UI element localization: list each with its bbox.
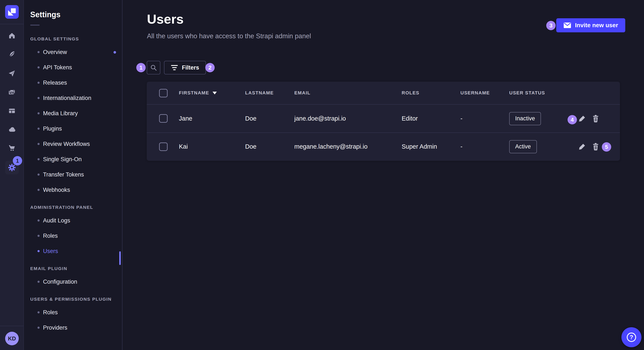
- bullet-dot: [38, 235, 40, 237]
- cell-lastname: Doe: [245, 133, 256, 160]
- subnav-scrollbar-thumb[interactable]: [119, 251, 121, 265]
- cell-roles: Super Admin: [402, 133, 437, 160]
- cell-email: megane.lacheny@strapi.io: [294, 133, 368, 160]
- bullet-dot: [38, 128, 40, 130]
- release-plane-icon[interactable]: [7, 68, 17, 78]
- section-global-settings: GLOBAL SETTINGS: [30, 36, 122, 41]
- home-icon[interactable]: [7, 31, 17, 41]
- subnav-item-releases[interactable]: Releases: [30, 75, 122, 90]
- content-feather-icon[interactable]: [7, 49, 17, 59]
- subnav-item-review-workflows[interactable]: Review Workflows: [30, 136, 122, 152]
- subnav-item-transfer-tokens[interactable]: Transfer Tokens: [30, 167, 122, 182]
- bullet-dot: [38, 112, 40, 114]
- cell-firstname: Kai: [179, 133, 188, 160]
- cell-user-status: Inactive: [509, 105, 541, 133]
- cell-email: jane.doe@strapi.io: [294, 105, 346, 133]
- bullet-dot: [38, 82, 40, 84]
- bullet-dot: [38, 158, 40, 160]
- subnav-item-webhooks[interactable]: Webhooks: [30, 182, 122, 197]
- row-checkbox[interactable]: [159, 143, 168, 151]
- search-icon: [150, 64, 158, 72]
- section-administration-panel: ADMINISTRATION PANEL: [30, 205, 122, 210]
- settings-notification-badge: 1: [13, 156, 22, 166]
- column-header-roles[interactable]: ROLES: [402, 82, 419, 104]
- strapi-logo[interactable]: [5, 5, 19, 19]
- row-checkbox[interactable]: [159, 114, 168, 123]
- search-button[interactable]: [147, 61, 160, 74]
- cell-username: -: [460, 133, 462, 160]
- strapi-admin-settings-users: 1 KD Settings GLOBAL SETTINGS Overview A…: [0, 0, 644, 350]
- user-avatar[interactable]: KD: [5, 332, 19, 345]
- subnav-title: Settings: [24, 0, 122, 19]
- bullet-dot: [38, 51, 40, 53]
- section-users-permissions-plugin: USERS & PERMISSIONS PLUGIN: [30, 297, 122, 302]
- overview-notification-dot: [114, 51, 116, 54]
- column-header-lastname[interactable]: LASTNAME: [245, 82, 274, 104]
- table-header-row: FIRSTNAME LASTNAME EMAIL ROLES USERNAME …: [147, 82, 620, 105]
- bullet-dot: [38, 327, 40, 329]
- rail-divider-bottom: [0, 326, 24, 326]
- sort-desc-icon: [212, 92, 217, 94]
- annotation-mark-3: 3: [546, 21, 556, 30]
- filter-icon: [171, 65, 178, 70]
- subnav-item-internationalization[interactable]: Internationalization: [30, 90, 122, 106]
- bullet-dot: [38, 66, 40, 68]
- envelope-icon: [564, 22, 571, 28]
- bullet-dot: [38, 219, 40, 222]
- subnav-item-overview[interactable]: Overview: [30, 44, 122, 60]
- deploy-cloud-icon[interactable]: [7, 124, 17, 134]
- users-permissions-list: Roles Providers: [30, 305, 122, 335]
- delete-user-button[interactable]: [591, 105, 600, 133]
- settings-subnav: Settings GLOBAL SETTINGS Overview API To…: [24, 0, 122, 350]
- select-all-checkbox[interactable]: [159, 89, 168, 97]
- pencil-icon: [578, 143, 586, 151]
- subnav-item-configuration[interactable]: Configuration: [30, 274, 122, 289]
- users-page: Users All the users who have access to t…: [123, 0, 644, 350]
- column-header-username[interactable]: USERNAME: [460, 82, 490, 104]
- page-title: Users: [147, 11, 184, 26]
- administration-panel-list: Audit Logs Roles Users: [30, 213, 122, 259]
- pencil-icon: [578, 115, 586, 123]
- subnav-item-plugins[interactable]: Plugins: [30, 121, 122, 136]
- bullet-dot: [38, 143, 40, 145]
- trash-icon: [592, 143, 600, 151]
- trash-icon: [592, 115, 600, 123]
- email-plugin-list: Configuration: [30, 274, 122, 289]
- cell-lastname: Doe: [245, 105, 256, 133]
- help-button[interactable]: ?: [622, 327, 642, 347]
- table-row[interactable]: Kai Doe megane.lacheny@strapi.io Super A…: [147, 133, 620, 160]
- filters-button[interactable]: Filters: [164, 61, 206, 74]
- column-header-user-status[interactable]: USER STATUS: [509, 82, 545, 104]
- subnav-item-api-tokens[interactable]: API Tokens: [30, 60, 122, 75]
- cell-roles: Editor: [402, 105, 418, 133]
- content-type-builder-icon[interactable]: [7, 106, 17, 116]
- bullet-dot: [38, 311, 40, 313]
- column-header-email[interactable]: EMAIL: [294, 82, 310, 104]
- users-table: FIRSTNAME LASTNAME EMAIL ROLES USERNAME …: [147, 82, 620, 161]
- subnav-item-single-sign-on[interactable]: Single Sign-On: [30, 152, 122, 167]
- edit-user-button[interactable]: [577, 105, 587, 133]
- edit-user-button[interactable]: [577, 133, 587, 160]
- subnav-item-users[interactable]: Users: [30, 243, 122, 259]
- settings-nav-button[interactable]: 1: [5, 161, 19, 174]
- strapi-logo-icon: [5, 5, 19, 19]
- subnav-item-audit-logs[interactable]: Audit Logs: [30, 213, 122, 228]
- invite-new-user-button[interactable]: Invite new user: [556, 18, 625, 32]
- marketplace-cart-icon[interactable]: [7, 143, 17, 153]
- subnav-item-admin-roles[interactable]: Roles: [30, 228, 122, 243]
- annotation-mark-5: 5: [602, 142, 611, 152]
- subnav-item-up-roles[interactable]: Roles: [30, 305, 122, 320]
- status-badge: Active: [509, 140, 537, 153]
- column-header-firstname[interactable]: FIRSTNAME: [179, 82, 217, 104]
- subnav-item-providers[interactable]: Providers: [30, 320, 122, 335]
- media-library-icon[interactable]: [7, 87, 17, 97]
- table-row[interactable]: Jane Doe jane.doe@strapi.io Editor - Ina…: [147, 105, 620, 133]
- page-subtitle: All the users who have access to the Str…: [147, 32, 311, 40]
- bullet-dot: [38, 174, 40, 176]
- delete-user-button[interactable]: [591, 133, 600, 160]
- annotation-mark-4: 4: [568, 115, 577, 124]
- cell-user-status: Active: [509, 133, 537, 160]
- subnav-item-media-library[interactable]: Media Library: [30, 106, 122, 121]
- question-mark-icon: ?: [627, 333, 636, 342]
- cell-username: -: [460, 105, 462, 133]
